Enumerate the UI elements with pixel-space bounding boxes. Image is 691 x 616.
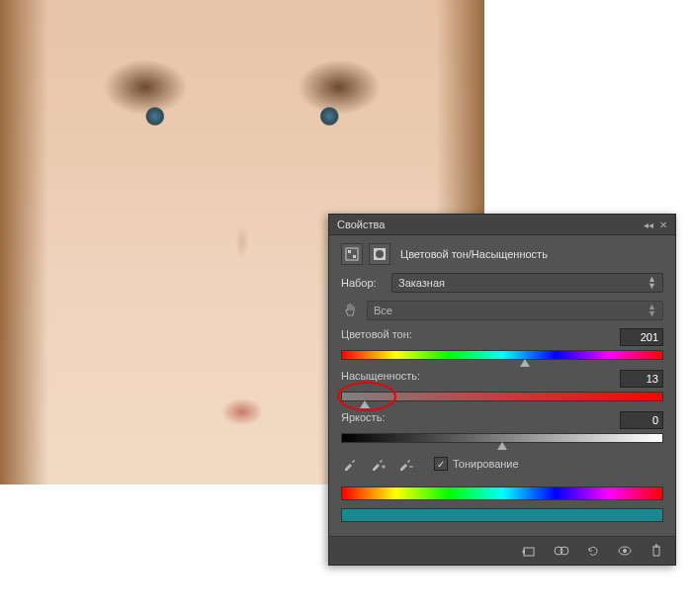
preset-select[interactable]: Заказная ▲▼ — [391, 273, 663, 293]
hue-spectrum-bar — [341, 486, 663, 500]
hue-label: Цветовой тон: — [341, 328, 412, 346]
colorize-checkbox[interactable]: ✓ Тонирование — [434, 457, 519, 471]
reset-icon[interactable] — [584, 543, 602, 559]
lightness-value[interactable] — [620, 411, 663, 429]
eyedropper-plus-icon[interactable] — [369, 455, 387, 473]
svg-point-4 — [376, 250, 384, 258]
svg-rect-2 — [353, 255, 356, 258]
result-color-bar — [341, 508, 663, 522]
eyedropper-minus-icon[interactable] — [396, 455, 414, 473]
colorize-label: Тонирование — [453, 458, 519, 470]
adjustment-header: Цветовой тон/Насыщенность — [341, 243, 663, 265]
hue-slider-group: Цветовой тон: — [341, 328, 663, 360]
preset-label: Набор: — [341, 277, 386, 289]
saturation-slider[interactable] — [341, 392, 663, 401]
svg-rect-0 — [346, 248, 358, 260]
lightness-slider-group: Яркость: — [341, 411, 663, 443]
saturation-slider-group: Насыщенность: — [341, 370, 663, 401]
adjustment-name: Цветовой тон/Насыщенность — [400, 248, 548, 260]
channel-select[interactable]: Все ▲▼ — [367, 301, 663, 320]
mask-icon[interactable] — [369, 243, 390, 265]
visibility-icon[interactable] — [616, 543, 634, 559]
lightness-thumb[interactable] — [497, 442, 507, 450]
panel-titlebar[interactable]: Свойства ◂◂ ✕ — [329, 215, 675, 235]
svg-point-7 — [561, 547, 568, 555]
dropdown-arrows-icon: ▲▼ — [648, 276, 656, 290]
close-icon[interactable]: ✕ — [659, 220, 667, 230]
targeted-adjust-icon[interactable] — [341, 301, 361, 320]
clip-to-layer-icon[interactable] — [521, 543, 539, 559]
view-previous-icon[interactable] — [553, 543, 570, 559]
hue-slider[interactable] — [341, 350, 663, 360]
svg-rect-1 — [348, 250, 351, 253]
hue-value[interactable] — [620, 328, 663, 346]
svg-point-9 — [623, 549, 627, 553]
dropdown-arrows-icon: ▲▼ — [648, 304, 656, 317]
properties-panel: Свойства ◂◂ ✕ Цветовой тон/Насыщенность … — [328, 214, 676, 566]
panel-footer — [329, 536, 675, 565]
checkmark-icon: ✓ — [434, 457, 448, 471]
saturation-value[interactable] — [620, 370, 663, 388]
lightness-slider[interactable] — [341, 433, 663, 443]
eyedropper-icon[interactable] — [341, 455, 359, 473]
panel-title: Свойства — [337, 219, 385, 230]
collapse-icon[interactable]: ◂◂ — [644, 220, 653, 230]
trash-icon[interactable] — [648, 543, 665, 559]
svg-rect-5 — [524, 548, 534, 556]
adjustment-icon[interactable] — [341, 243, 363, 265]
lightness-label: Яркость: — [341, 411, 385, 429]
saturation-label: Насыщенность: — [341, 370, 420, 388]
saturation-thumb[interactable] — [360, 400, 370, 408]
hue-thumb[interactable] — [520, 359, 530, 367]
